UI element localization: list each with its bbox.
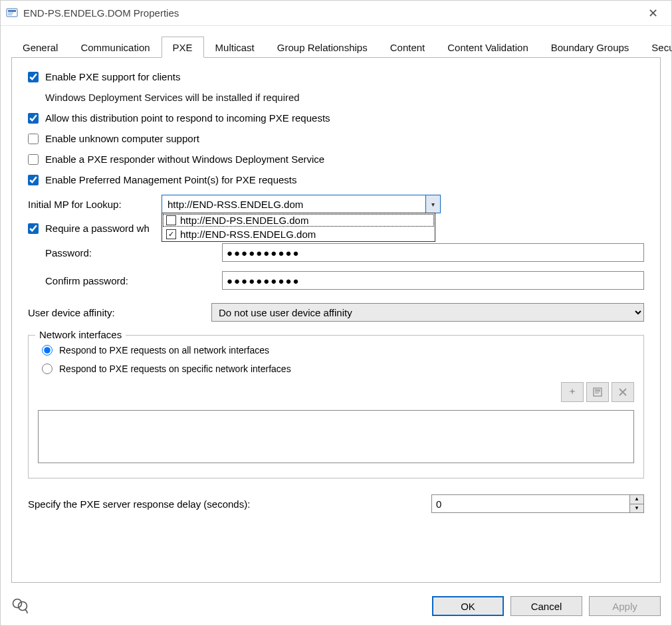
tab-boundary-groups[interactable]: Boundary Groups xyxy=(540,37,641,58)
wds-note: Windows Deployment Services will be inst… xyxy=(45,92,644,103)
tab-pxe[interactable]: PXE xyxy=(162,37,204,58)
chevron-down-icon[interactable]: ▾ xyxy=(425,195,440,213)
enable-pxe-label: Enable PXE support for clients xyxy=(45,71,180,82)
dialog-content: General Communication PXE Multicast Grou… xyxy=(1,26,671,588)
tab-content[interactable]: Content xyxy=(379,37,437,58)
network-interfaces-legend: Network interfaces xyxy=(35,329,126,340)
unknown-label: Enable unknown computer support xyxy=(45,133,199,144)
initial-mp-option-0[interactable]: http://END-PS.ENDELG.dom xyxy=(162,213,435,227)
require-password-checkbox[interactable] xyxy=(28,223,39,234)
radio-all-label: Respond to PXE requests on all network i… xyxy=(59,345,269,356)
radio-all-row: Respond to PXE requests on all network i… xyxy=(38,345,634,356)
tab-content-validation[interactable]: Content Validation xyxy=(436,37,539,58)
radio-specific-row: Respond to PXE requests on specific netw… xyxy=(38,364,634,374)
svg-rect-3 xyxy=(8,14,12,15)
responder-label: Enable a PXE responder without Windows D… xyxy=(45,154,324,165)
uda-select[interactable]: Do not use user device affinity xyxy=(211,303,644,322)
tab-general[interactable]: General xyxy=(11,37,69,58)
dialog-button-bar: OK Cancel Apply xyxy=(1,588,671,625)
new-icon[interactable] xyxy=(561,382,584,402)
delay-row: Specify the PXE server response delay (s… xyxy=(28,494,644,513)
interfaces-listbox[interactable] xyxy=(38,410,634,463)
close-button[interactable]: ✕ xyxy=(641,3,665,23)
pxe-panel: Enable PXE support for clients Windows D… xyxy=(11,58,661,583)
spinner-down-icon[interactable]: ▼ xyxy=(630,504,643,513)
titlebar: END-PS.ENDELG.DOM Properties ✕ xyxy=(1,1,671,26)
allow-dp-label: Allow this distribution point to respond… xyxy=(45,112,330,124)
svg-rect-5 xyxy=(595,389,600,391)
radio-specific[interactable] xyxy=(42,364,53,374)
apply-button[interactable]: Apply xyxy=(589,596,661,616)
cancel-button[interactable]: Cancel xyxy=(510,596,582,616)
spinner-buttons: ▲ ▼ xyxy=(629,495,643,512)
enable-pxe-checkbox[interactable] xyxy=(28,72,39,82)
radio-specific-label: Respond to PXE requests on specific netw… xyxy=(59,364,291,374)
tab-strip: General Communication PXE Multicast Grou… xyxy=(11,37,661,58)
require-password-label: Require a password wh xyxy=(45,223,150,234)
svg-point-9 xyxy=(19,602,27,611)
delete-icon[interactable] xyxy=(612,382,634,402)
responder-checkbox[interactable] xyxy=(28,154,39,165)
preferred-mp-checkbox[interactable] xyxy=(28,175,39,185)
uda-label: User device affinity: xyxy=(28,307,201,318)
unknown-row: Enable unknown computer support xyxy=(28,133,644,144)
svg-rect-7 xyxy=(595,393,599,393)
tab-communication[interactable]: Communication xyxy=(69,37,161,58)
spinner-up-icon[interactable]: ▲ xyxy=(630,495,643,504)
option-checkbox-checked[interactable] xyxy=(166,229,176,239)
uda-row: User device affinity: Do not use user de… xyxy=(28,303,644,322)
initial-mp-label: Initial MP for Lookup: xyxy=(28,199,151,210)
option-label: http://END-RSS.ENDELG.dom xyxy=(180,229,316,240)
app-icon xyxy=(6,7,18,19)
svg-rect-2 xyxy=(8,13,13,13)
delay-label: Specify the PXE server response delay (s… xyxy=(28,498,250,510)
initial-mp-dropdown: http://END-PS.ENDELG.dom http://END-RSS.… xyxy=(162,213,435,242)
svg-rect-6 xyxy=(595,391,600,392)
allow-dp-checkbox[interactable] xyxy=(28,113,39,124)
unknown-checkbox[interactable] xyxy=(28,134,39,144)
initial-mp-combo-display[interactable]: http://END-RSS.ENDELG.dom ▾ xyxy=(162,195,441,213)
preferred-mp-row: Enable Preferred Management Point(s) for… xyxy=(28,174,644,185)
password-input[interactable] xyxy=(222,243,644,262)
initial-mp-combo[interactable]: http://END-RSS.ENDELG.dom ▾ http://END-P… xyxy=(162,195,441,213)
initial-mp-option-1[interactable]: http://END-RSS.ENDELG.dom xyxy=(162,227,435,241)
delay-spinner[interactable]: ▲ ▼ xyxy=(431,494,644,513)
password-row: Password: xyxy=(45,243,644,262)
initial-mp-row: Initial MP for Lookup: http://END-RSS.EN… xyxy=(28,195,644,213)
properties-icon[interactable] xyxy=(586,382,609,402)
option-label: http://END-PS.ENDELG.dom xyxy=(180,215,308,226)
svg-point-8 xyxy=(13,599,22,608)
initial-mp-value: http://END-RSS.ENDELG.dom xyxy=(168,199,303,210)
window-title: END-PS.ENDELG.DOM Properties xyxy=(23,7,179,19)
confirm-password-label: Confirm password: xyxy=(45,275,211,286)
feedback-icon[interactable] xyxy=(11,597,30,615)
preferred-mp-label: Enable Preferred Management Point(s) for… xyxy=(45,174,297,185)
delay-input[interactable] xyxy=(432,495,629,512)
allow-dp-row: Allow this distribution point to respond… xyxy=(28,112,644,124)
enable-pxe-row: Enable PXE support for clients xyxy=(28,71,644,82)
radio-all[interactable] xyxy=(42,345,53,356)
interfaces-icon-bar xyxy=(38,382,634,402)
confirm-password-input[interactable] xyxy=(222,271,644,290)
confirm-password-row: Confirm password: xyxy=(45,271,644,290)
properties-dialog: END-PS.ENDELG.DOM Properties ✕ General C… xyxy=(0,0,672,626)
option-checkbox-unchecked[interactable] xyxy=(166,215,176,225)
svg-rect-1 xyxy=(8,10,16,12)
network-interfaces-fieldset: Network interfaces Respond to PXE reques… xyxy=(28,335,644,478)
responder-row: Enable a PXE responder without Windows D… xyxy=(28,154,644,165)
tab-group-relationships[interactable]: Group Relationships xyxy=(266,37,379,58)
tab-multicast[interactable]: Multicast xyxy=(204,37,266,58)
password-label: Password: xyxy=(45,247,211,259)
ok-button[interactable]: OK xyxy=(432,596,504,616)
tab-security[interactable]: Security xyxy=(640,37,672,58)
